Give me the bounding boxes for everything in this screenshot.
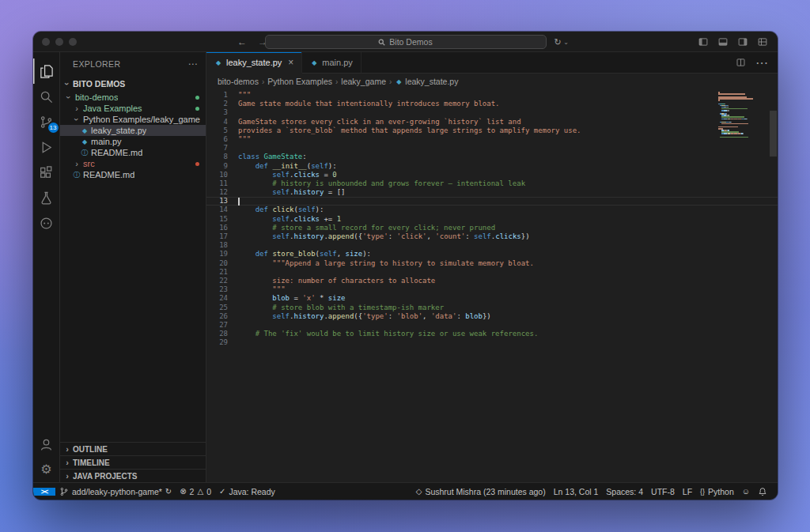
code-line-20[interactable]: 20 """Append a large string to history t… — [206, 259, 778, 268]
code-line-13[interactable]: 13 — [206, 197, 778, 206]
history-navigation: ← → — [237, 32, 267, 52]
breadcrumb-item[interactable]: Python Examples — [267, 77, 332, 86]
code-line-18[interactable]: 18 — [206, 241, 778, 250]
close-window-button[interactable] — [42, 38, 50, 46]
indentation-item[interactable]: Spaces: 4 — [602, 487, 647, 496]
feedback-item[interactable]: ☺ — [738, 487, 754, 496]
code-line-12[interactable]: 12 self.history = [] — [206, 188, 778, 197]
cursor-position-item[interactable]: Ln 13, Col 1 — [550, 487, 603, 496]
tree-item-README.md[interactable]: ⓘREADME.md — [60, 147, 206, 158]
code-line-19[interactable]: 19 def store_blob(self, size): — [206, 250, 778, 258]
eol-item[interactable]: LF — [679, 487, 696, 496]
tree-item-Java Examples[interactable]: ›Java Examples — [60, 103, 206, 114]
code-line-2[interactable]: 2Game state module that intentionally in… — [206, 100, 778, 108]
explorer-more-actions-icon[interactable]: ⋯ — [188, 58, 198, 70]
tree-item-bito-demos[interactable]: ›bito-demos — [60, 92, 206, 103]
close-tab-icon[interactable]: × — [288, 57, 293, 68]
code-line-22[interactable]: 22 size: number of characters to allocat… — [206, 277, 778, 285]
tree-item-src[interactable]: ›src — [60, 158, 206, 169]
sidebar-section-outline[interactable]: ›OUTLINE — [60, 442, 206, 455]
code-line-15[interactable]: 15 self.clicks += 1 — [206, 215, 778, 224]
code-line-4[interactable]: 4GameState stores every click in an ever… — [206, 118, 778, 126]
tab-leaky_state.py[interactable]: ◆leaky_state.py× — [206, 52, 302, 74]
code-line-5[interactable]: 5provides a `store_blob` method that app… — [206, 126, 778, 135]
code-line-27[interactable]: 27 — [206, 321, 778, 330]
tree-item-leaky_state.py[interactable]: ◆leaky_state.py — [60, 125, 206, 136]
customize-layout-icon[interactable] — [757, 37, 768, 47]
bito-extension-icon[interactable] — [33, 210, 60, 236]
breadcrumb-item[interactable]: leaky_game — [341, 77, 386, 86]
remote-indicator[interactable]: >< — [33, 488, 55, 496]
toggle-primary-sidebar-icon[interactable] — [698, 37, 709, 47]
settings-gear-icon[interactable]: ⚙ — [33, 457, 60, 482]
code-line-10[interactable]: 10 self.clicks = 0 — [206, 171, 778, 179]
status-bar-left: >< add/leaky-python-game* ↻ ⊗ 2 △ 0 ✓ Ja… — [33, 487, 279, 496]
refresh-control[interactable]: ↻ ⌄ — [555, 32, 570, 52]
code-line-7[interactable]: 7 — [206, 144, 778, 153]
code-line-16[interactable]: 16 # store a small record for every clic… — [206, 224, 778, 232]
minimize-window-button[interactable] — [55, 38, 63, 46]
code-line-24[interactable]: 24 blob = 'x' * size — [206, 294, 778, 303]
account-icon[interactable] — [33, 432, 60, 457]
git-blame-item[interactable]: ◇ Sushrut Mishra (23 minutes ago) — [412, 487, 550, 496]
language-mode-item[interactable]: {} Python — [696, 487, 738, 496]
source-control-icon[interactable]: 13 — [33, 109, 60, 134]
navigate-back-icon[interactable]: ← — [237, 36, 247, 47]
notifications-item[interactable] — [754, 487, 771, 496]
code-text: self.history.append({'type': 'blob', 'da… — [238, 312, 491, 321]
code-line-25[interactable]: 25 # store blob with a timestamp-ish mar… — [206, 304, 778, 312]
code-line-29[interactable]: 29 — [206, 338, 778, 347]
branch-name: add/leaky-python-game* — [72, 487, 162, 496]
extensions-icon[interactable] — [33, 160, 60, 185]
code-line-21[interactable]: 21 — [206, 268, 778, 277]
sidebar-section-java-projects[interactable]: ›JAVA PROJECTS — [60, 469, 206, 482]
code-line-3[interactable]: 3 — [206, 108, 778, 117]
sidebar-section-label: TIMELINE — [73, 458, 110, 467]
toggle-secondary-sidebar-icon[interactable] — [737, 37, 748, 47]
code-line-23[interactable]: 23 """ — [206, 285, 778, 294]
code-line-28[interactable]: 28 # The 'fix' would be to limit history… — [206, 330, 778, 338]
minimap[interactable] — [718, 92, 767, 140]
split-editor-icon[interactable] — [736, 58, 746, 67]
code-line-1[interactable]: 1""" — [206, 91, 778, 100]
git-status-dot — [195, 96, 199, 100]
code-line-8[interactable]: 8class GameState: — [206, 153, 778, 161]
command-center-search[interactable]: Bito Demos — [265, 35, 547, 49]
sidebar-title: EXPLORER — [73, 59, 120, 69]
java-status-item[interactable]: ✓ Java: Ready — [215, 487, 279, 496]
code-line-6[interactable]: 6""" — [206, 135, 778, 144]
run-debug-icon[interactable] — [33, 134, 60, 160]
line-number: 20 — [206, 259, 238, 268]
python-file-icon: ◆ — [310, 59, 318, 66]
line-number: 28 — [206, 330, 238, 338]
code-line-26[interactable]: 26 self.history.append({'type': 'blob', … — [206, 312, 778, 321]
tree-item-Python Examples/leaky_game[interactable]: ›Python Examples/leaky_game — [60, 114, 206, 125]
editor-scrollbar[interactable] — [770, 111, 777, 157]
more-actions-icon[interactable]: ⋯ — [755, 55, 768, 70]
chevron-right-icon: › — [63, 458, 71, 467]
toggle-panel-icon[interactable] — [717, 37, 729, 47]
workspace-section-header[interactable]: › BITO DEMOS — [60, 76, 206, 92]
tree-item-label: Python Examples/leaky_game — [83, 115, 200, 124]
git-branch-item[interactable]: add/leaky-python-game* ↻ — [55, 487, 176, 496]
explorer-icon[interactable] — [33, 58, 60, 84]
code-line-11[interactable]: 11 # history is unbounded and grows fore… — [206, 179, 778, 188]
code-editor[interactable]: 1"""2Game state module that intentionall… — [206, 89, 778, 482]
tree-item-main.py[interactable]: ◆main.py — [60, 136, 206, 147]
testing-icon[interactable] — [33, 185, 60, 210]
tree-item-README.md[interactable]: ⓘREADME.md — [60, 169, 206, 180]
breadcrumb-item[interactable]: ◆leaky_state.py — [395, 77, 458, 86]
problems-item[interactable]: ⊗ 2 △ 0 — [176, 487, 215, 496]
search-view-icon[interactable] — [33, 84, 60, 109]
code-line-9[interactable]: 9 def __init__(self): — [206, 162, 778, 171]
sidebar-section-timeline[interactable]: ›TIMELINE — [60, 455, 206, 469]
tab-main.py[interactable]: ◆main.py — [302, 52, 361, 73]
encoding-item[interactable]: UTF-8 — [647, 487, 679, 496]
code-line-14[interactable]: 14 def click(self): — [206, 206, 778, 214]
eol-label: LF — [683, 487, 692, 496]
sync-icon[interactable]: ↻ — [165, 487, 172, 496]
code-line-17[interactable]: 17 self.history.append({'type': 'click',… — [206, 232, 778, 241]
breadcrumb-item[interactable]: bito-demos — [218, 77, 259, 86]
braces-icon: {} — [700, 488, 705, 496]
zoom-window-button[interactable] — [69, 38, 77, 46]
